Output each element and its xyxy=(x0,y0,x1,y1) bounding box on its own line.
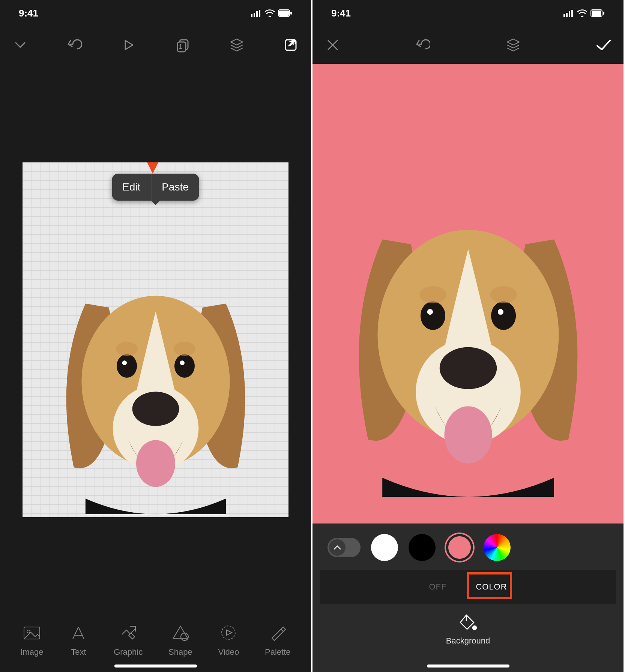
svg-point-35 xyxy=(444,406,492,464)
background-color-panel: OFF COLOR Background xyxy=(312,524,623,672)
subject-dog-image[interactable] xyxy=(325,165,611,524)
expand-toggle[interactable] xyxy=(328,538,361,557)
layers-icon xyxy=(229,38,244,52)
status-bar: 9:41 xyxy=(312,0,623,26)
svg-point-24 xyxy=(222,626,235,639)
subject-dog-image[interactable] xyxy=(39,262,273,517)
svg-point-40 xyxy=(419,286,446,303)
svg-point-41 xyxy=(490,286,517,303)
svg-point-19 xyxy=(116,342,137,356)
pages-count-badge: 1 xyxy=(179,44,182,50)
confirm-button[interactable] xyxy=(594,36,612,54)
undo-button[interactable] xyxy=(414,36,432,54)
annotation-arrow xyxy=(145,162,160,175)
tool-palette-label: Palette xyxy=(265,647,291,657)
home-indicator[interactable] xyxy=(114,664,197,668)
check-icon xyxy=(595,37,611,53)
canvas-frame-color[interactable] xyxy=(312,64,623,524)
tool-image[interactable]: Image xyxy=(20,623,43,657)
svg-point-17 xyxy=(122,360,126,365)
export-icon xyxy=(283,38,298,52)
tool-graphic[interactable]: Graphic xyxy=(114,623,143,657)
edit-button[interactable]: Edit xyxy=(112,174,151,201)
svg-point-23 xyxy=(181,633,188,640)
svg-point-20 xyxy=(173,342,195,356)
undo-icon xyxy=(67,38,82,52)
status-time: 9:41 xyxy=(19,8,38,19)
close-button[interactable] xyxy=(324,36,342,54)
signal-icon xyxy=(251,9,261,17)
status-bar: 9:41 xyxy=(0,0,311,26)
status-time: 9:41 xyxy=(331,8,351,19)
tool-shape[interactable]: Shape xyxy=(168,623,192,657)
home-indicator[interactable] xyxy=(427,664,509,668)
chevron-up-icon xyxy=(333,543,342,552)
svg-point-39 xyxy=(497,309,503,315)
background-mode-segment: OFF COLOR xyxy=(320,570,616,604)
canvas-frame-transparent[interactable]: Edit Paste xyxy=(23,162,288,517)
swatch-row xyxy=(320,534,616,570)
svg-rect-30 xyxy=(592,10,601,16)
segment-color[interactable]: COLOR xyxy=(467,578,516,596)
swatch-color-wheel[interactable] xyxy=(484,534,511,561)
canvas-area[interactable] xyxy=(312,64,623,524)
svg-point-18 xyxy=(180,360,184,365)
segment-off[interactable]: OFF xyxy=(420,578,455,596)
svg-point-15 xyxy=(117,354,137,378)
layers-button[interactable] xyxy=(504,36,522,54)
svg-rect-28 xyxy=(571,10,573,17)
phone-left-editor: 9:41 1 xyxy=(0,0,312,672)
top-toolbar xyxy=(312,26,623,64)
swatch-pink-selected[interactable] xyxy=(446,534,473,561)
svg-point-38 xyxy=(427,309,433,315)
tool-graphic-label: Graphic xyxy=(114,647,143,657)
status-icons xyxy=(251,9,292,17)
svg-rect-5 xyxy=(279,10,289,16)
wifi-icon xyxy=(264,9,275,17)
undo-icon xyxy=(415,38,430,52)
svg-rect-0 xyxy=(251,14,252,17)
status-icons xyxy=(563,9,605,17)
svg-point-36 xyxy=(420,301,445,330)
background-tool-label: Background xyxy=(446,636,490,646)
background-tool[interactable]: Background xyxy=(320,604,616,668)
svg-point-34 xyxy=(439,347,497,389)
svg-point-42 xyxy=(473,626,476,630)
wifi-icon xyxy=(577,9,587,17)
tool-video[interactable]: Video xyxy=(218,623,239,657)
canvas-area[interactable]: Edit Paste xyxy=(0,64,311,616)
close-icon xyxy=(326,38,340,52)
pages-icon xyxy=(175,38,190,52)
swatch-black[interactable] xyxy=(409,534,436,561)
svg-point-22 xyxy=(27,630,30,633)
tool-palette[interactable]: Palette xyxy=(265,623,291,657)
svg-rect-1 xyxy=(254,13,255,17)
signal-icon xyxy=(563,9,574,17)
collapse-button[interactable] xyxy=(11,36,29,54)
bottom-toolbar: Image Text Graphic Shape Video Palette xyxy=(0,616,311,672)
pages-button[interactable]: 1 xyxy=(174,36,192,54)
svg-point-13 xyxy=(132,392,179,426)
svg-rect-25 xyxy=(563,14,565,17)
svg-point-37 xyxy=(491,301,516,330)
tool-shape-label: Shape xyxy=(168,647,192,657)
battery-icon xyxy=(278,9,292,17)
export-button[interactable] xyxy=(282,36,300,54)
tool-text-label: Text xyxy=(71,647,86,657)
svg-rect-26 xyxy=(566,13,568,17)
tool-text[interactable]: Text xyxy=(69,623,88,657)
play-button[interactable] xyxy=(119,36,137,54)
play-icon xyxy=(122,38,135,52)
svg-rect-2 xyxy=(256,11,258,17)
layers-button[interactable] xyxy=(228,36,246,54)
paint-bucket-icon xyxy=(459,613,478,632)
paste-button[interactable]: Paste xyxy=(151,174,199,201)
phone-right-background-editor: 9:41 xyxy=(312,0,625,672)
tool-video-label: Video xyxy=(218,647,239,657)
svg-rect-27 xyxy=(569,11,570,17)
svg-rect-31 xyxy=(603,12,604,15)
swatch-white[interactable] xyxy=(371,534,398,561)
svg-point-16 xyxy=(174,354,194,378)
undo-button[interactable] xyxy=(65,36,83,54)
svg-rect-6 xyxy=(290,12,292,15)
